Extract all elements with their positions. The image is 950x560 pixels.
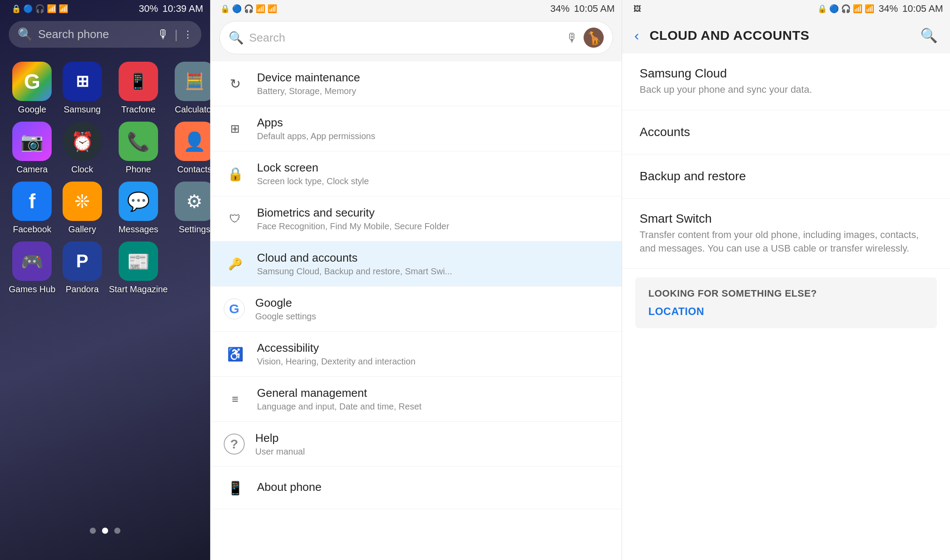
cloud-item-smart-switch[interactable]: Smart Switch Transfer content from your … (622, 199, 950, 269)
app-messages-label: Messages (118, 224, 158, 234)
samsung-icon: ⊞ (63, 62, 102, 101)
cloud-accounts-screen: 🖼 🔒 🔵 🎧 📶 📶 34% 10:05 AM ‹ CLOUD AND ACC… (622, 0, 950, 560)
home-battery: 30% (139, 3, 158, 14)
app-facebook-label: Facebook (13, 224, 51, 234)
settings-item-about-phone[interactable]: 📱 About phone (211, 467, 622, 509)
games-icon: 🎮 (12, 242, 52, 281)
settings-battery: 34% (550, 3, 570, 14)
app-phone[interactable]: 📞 Phone (109, 122, 168, 175)
back-button[interactable]: ‹ (631, 24, 643, 47)
device-maintenance-sub: Battery, Storage, Memory (257, 86, 609, 96)
home-search-bar[interactable]: 🔍 Search phone 🎙 | ⋮ (9, 21, 201, 48)
settings-item-device-maintenance[interactable]: ↻ Device maintenance Battery, Storage, M… (211, 61, 622, 106)
cloud-search-button[interactable]: 🔍 (917, 24, 941, 47)
app-google[interactable]: G Google (9, 62, 56, 115)
app-samsung-label: Samsung (63, 105, 101, 115)
google-settings-icon: G (224, 298, 245, 319)
suggestion-title: LOOKING FOR SOMETHING ELSE? (648, 288, 924, 299)
settings-item-cloud-accounts[interactable]: 🔑 Cloud and accounts Samsung Cloud, Back… (211, 242, 622, 287)
settings-item-general-management[interactable]: ≡ General management Language and input,… (211, 377, 622, 422)
cloud-item-backup-restore[interactable]: Backup and restore (622, 154, 950, 199)
general-management-sub: Language and input, Date and time, Reset (257, 402, 609, 412)
app-camera-label: Camera (17, 164, 48, 175)
home-time: 10:39 AM (162, 3, 203, 14)
calculator-icon: 🧮 (175, 62, 210, 101)
pandora-icon: P (63, 242, 102, 281)
app-tracfone[interactable]: 📱 Tracfone (109, 62, 168, 115)
biometrics-sub: Face Recognition, Find My Mobile, Secure… (257, 221, 609, 231)
apps-title: Apps (257, 116, 609, 130)
settings-list: ↻ Device maintenance Battery, Storage, M… (211, 61, 622, 560)
settings-item-apps[interactable]: ⊞ Apps Default apps, App permissions (211, 106, 622, 151)
smart-switch-sub: Transfer content from your old phone, in… (640, 228, 932, 256)
device-maintenance-title: Device maintenance (257, 71, 609, 84)
home-menu-icon[interactable]: ⋮ (183, 29, 193, 40)
app-games[interactable]: 🎮 Games Hub (9, 242, 56, 294)
app-pandora-label: Pandora (66, 284, 99, 294)
cloud-status-icons: 🔒 🔵 🎧 📶 📶 (817, 4, 874, 14)
settings-item-biometrics[interactable]: 🛡 Biometrics and security Face Recogniti… (211, 196, 622, 242)
dot-3[interactable] (114, 528, 120, 534)
accounts-title: Accounts (640, 125, 932, 139)
home-search-placeholder: Search phone (38, 28, 152, 41)
cloud-item-accounts[interactable]: Accounts (622, 110, 950, 154)
lock-screen-sub: Screen lock type, Clock style (257, 176, 609, 186)
app-gallery[interactable]: ❊ Gallery (63, 182, 102, 234)
settings-item-google[interactable]: G Google Google settings (211, 287, 622, 332)
page-dots (90, 528, 120, 534)
dot-1[interactable] (90, 528, 96, 534)
settings-item-lock-screen[interactable]: 🔒 Lock screen Screen lock type, Clock st… (211, 151, 622, 196)
app-clock[interactable]: ⏰ Clock (63, 122, 102, 175)
cloud-item-samsung-cloud[interactable]: Samsung Cloud Back up your phone and syn… (622, 53, 950, 110)
start-magazine-icon: 📰 (119, 242, 158, 281)
cloud-status-bar: 🖼 🔒 🔵 🎧 📶 📶 34% 10:05 AM (622, 0, 950, 18)
cloud-accounts-sub: Samsung Cloud, Backup and restore, Smart… (257, 266, 609, 276)
location-link[interactable]: LOCATION (648, 305, 924, 318)
app-camera[interactable]: 📷 Camera (9, 122, 56, 175)
help-icon: ? (224, 434, 245, 455)
facebook-icon: f (12, 182, 52, 221)
app-google-label: Google (18, 105, 46, 115)
settings-item-help[interactable]: ? Help User manual (211, 422, 622, 467)
app-facebook[interactable]: f Facebook (9, 182, 56, 234)
settings-search-placeholder: Search (249, 31, 561, 45)
app-clock-label: Clock (71, 164, 93, 175)
settings-icon: ⚙ (175, 182, 210, 221)
home-status-icons: 🔒 🔵 🎧 📶 📶 (7, 4, 68, 14)
settings-item-accessibility[interactable]: ♿ Accessibility Vision, Hearing, Dexteri… (211, 332, 622, 377)
app-messages[interactable]: 💬 Messages (109, 182, 168, 234)
device-maintenance-icon: ↻ (224, 72, 246, 95)
general-management-icon: ≡ (224, 388, 246, 410)
app-pandora[interactable]: P Pandora (63, 242, 102, 294)
dot-2[interactable] (102, 528, 108, 534)
app-calculator[interactable]: 🧮 Calculator (175, 62, 210, 115)
app-start-magazine[interactable]: 📰 Start Magazine (109, 242, 168, 294)
app-phone-label: Phone (126, 164, 151, 175)
app-settings[interactable]: ⚙ Settings (175, 182, 210, 234)
google-sub: Google settings (255, 312, 609, 322)
phone-icon: 📞 (119, 122, 158, 161)
about-phone-title: About phone (257, 480, 609, 494)
cloud-header: ‹ CLOUD AND ACCOUNTS 🔍 (622, 18, 950, 53)
settings-status-icons: 🔒 🔵 🎧 📶 📶 (218, 4, 277, 14)
settings-mic-icon[interactable]: 🎙 (566, 31, 578, 45)
general-management-title: General management (257, 386, 609, 400)
app-calculator-label: Calculator (175, 105, 210, 115)
cloud-content: Samsung Cloud Back up your phone and syn… (622, 53, 950, 560)
clock-icon: ⏰ (63, 122, 102, 161)
app-tracfone-label: Tracfone (121, 105, 155, 115)
suggestion-box: LOOKING FOR SOMETHING ELSE? LOCATION (635, 277, 937, 328)
app-contacts-label: Contacts (177, 164, 210, 175)
app-games-label: Games Hub (9, 284, 56, 294)
home-search-icon: 🔍 (18, 27, 33, 42)
app-settings-label: Settings (179, 224, 210, 234)
settings-profile-avatar[interactable]: 🦒 (584, 28, 604, 48)
settings-search-bar[interactable]: 🔍 Search 🎙 🦒 (219, 21, 613, 54)
app-samsung[interactable]: ⊞ Samsung (63, 62, 102, 115)
samsung-cloud-sub: Back up your phone and sync your data. (640, 83, 932, 97)
home-screen: 🔒 🔵 🎧 📶 📶 30% 10:39 AM 🔍 Search phone 🎙 … (0, 0, 210, 560)
home-mic-icon[interactable]: 🎙 (157, 27, 169, 42)
app-contacts[interactable]: 👤 Contacts (175, 122, 210, 175)
contacts-icon: 👤 (175, 122, 210, 161)
backup-restore-title: Backup and restore (640, 169, 932, 183)
